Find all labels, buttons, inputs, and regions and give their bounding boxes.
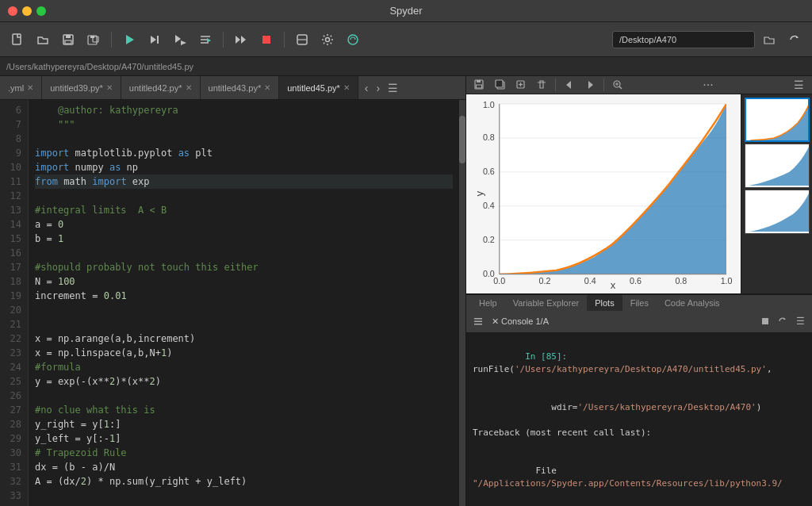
new-file-button[interactable] [6, 29, 29, 51]
main-layout: .yml ✕ untitled39.py* ✕ untitled42.py* ✕… [0, 76, 812, 506]
svg-marker-11 [181, 40, 186, 45]
open-file-button[interactable] [32, 29, 54, 51]
run-selection-button[interactable] [194, 29, 216, 51]
run-cell-button[interactable] [144, 29, 166, 51]
refresh-path-button[interactable] [783, 29, 806, 51]
svg-rect-65 [762, 318, 768, 324]
console-line: wdir='/Users/kathypereyra/Desktop/A470') [473, 389, 806, 427]
close-button[interactable] [8, 6, 17, 16]
window-controls[interactable] [8, 6, 46, 16]
code-line: @author: kathypereyra [35, 103, 453, 117]
tab-untitled43[interactable]: untitled43.py* ✕ [201, 76, 280, 100]
svg-text:0.8: 0.8 [675, 276, 687, 286]
console-menu-button[interactable]: ☰ [793, 314, 807, 328]
svg-marker-30 [588, 81, 593, 89]
code-line [35, 389, 453, 403]
svg-rect-22 [477, 80, 481, 82]
save-file-button[interactable] [57, 29, 79, 51]
console-output[interactable]: In [85]: runFile('/Users/kathypereyra/De… [466, 333, 812, 506]
svg-marker-8 [151, 36, 156, 44]
tabs-prev-button[interactable]: ‹ [362, 82, 372, 94]
code-line: y_left = y[:-1] [35, 431, 453, 446]
code-line: #integral limits A < B [35, 203, 453, 217]
plot-thumbnail-3[interactable] [745, 190, 810, 234]
console-interrupt-button[interactable] [758, 314, 772, 328]
sep1 [111, 32, 112, 48]
console-title: ✕ Console 1/A [492, 316, 549, 327]
code-line [35, 246, 453, 260]
code-line: x = np.linspace(a,b,N+1) [35, 346, 453, 360]
editor-scrollbar[interactable] [459, 100, 465, 506]
tab-files[interactable]: Files [622, 295, 657, 311]
code-line: a = 0 [35, 217, 453, 232]
code-editor[interactable]: 6 7 8 9 10 11 12 13 14 15 16 17 18 19 20… [0, 100, 465, 506]
plot-next-button[interactable] [581, 76, 599, 94]
console-restart-button[interactable] [776, 314, 790, 328]
tab-untitled39-close[interactable]: ✕ [106, 83, 113, 92]
plot-copy-button[interactable] [492, 76, 509, 94]
plot-menu-button[interactable]: ☰ [790, 76, 807, 94]
plot-thumbnail-2[interactable] [745, 144, 810, 188]
code-line: y_right = y[1:] [35, 417, 453, 431]
tab-plots[interactable]: Plots [587, 295, 622, 311]
code-content[interactable]: @author: kathypereyra """ import matplot… [29, 100, 459, 506]
tabs-next-button[interactable]: › [373, 82, 384, 94]
plot-thumbnail-1[interactable] [745, 98, 810, 142]
console-line: Traceback (most recent call last): [473, 427, 806, 439]
svg-text:1.0: 1.0 [483, 100, 495, 109]
svg-text:0.4: 0.4 [584, 276, 596, 286]
svg-rect-64 [474, 324, 482, 325]
preferences-button[interactable] [316, 29, 339, 51]
svg-text:0.8: 0.8 [483, 132, 495, 142]
run-button[interactable] [118, 29, 140, 51]
conda-button[interactable] [342, 29, 364, 51]
console-line: In [85]: runFile('/Users/kathypereyra/De… [473, 338, 806, 389]
tab-untitled43-close[interactable]: ✕ [264, 83, 270, 92]
svg-rect-2 [66, 35, 71, 38]
plot-prev-button[interactable] [561, 76, 578, 94]
tabs-menu-button[interactable]: ☰ [385, 82, 401, 94]
tab-plots-label: Plots [595, 298, 614, 308]
stop-button[interactable] [255, 29, 278, 51]
svg-point-18 [326, 37, 330, 41]
tab-untitled39-label: untitled39.py* [50, 83, 103, 93]
save-all-button[interactable] [82, 29, 105, 51]
code-line [35, 303, 453, 317]
console-options-button[interactable] [471, 314, 485, 328]
maximize-button[interactable] [36, 6, 46, 16]
title-bar: Spyder [0, 0, 812, 22]
plot-more-button[interactable]: ··· [699, 76, 717, 94]
tab-help[interactable]: Help [471, 295, 505, 311]
debug-layout-button[interactable] [291, 29, 313, 51]
tab-untitled39[interactable]: untitled39.py* ✕ [42, 76, 121, 100]
tab-untitled45[interactable]: untitled45.py* ✕ [279, 76, 358, 100]
file-path-bar: /Users/kathypereyra/Desktop/A470/untitle… [0, 57, 812, 76]
plot-delete-button[interactable] [533, 76, 550, 94]
tab-files-label: Files [630, 298, 649, 308]
tab-yml[interactable]: .yml ✕ [0, 76, 42, 100]
run-cell-advance-button[interactable] [169, 29, 191, 51]
run-all-button[interactable] [230, 29, 252, 51]
plot-save-button[interactable] [471, 76, 488, 94]
tab-yml-close[interactable]: ✕ [27, 83, 33, 92]
plot-duplicate-button[interactable] [512, 76, 530, 94]
path-input[interactable] [612, 31, 755, 48]
svg-marker-12 [207, 38, 211, 43]
plot-zoom-button[interactable] [609, 76, 626, 94]
tab-untitled42-close[interactable]: ✕ [186, 83, 192, 92]
minimize-button[interactable] [22, 6, 32, 16]
svg-rect-3 [65, 40, 71, 44]
svg-rect-15 [262, 36, 270, 44]
tab-untitled45-close[interactable]: ✕ [343, 83, 350, 92]
code-line: """ [35, 117, 453, 132]
tab-help-label: Help [479, 298, 497, 308]
window-title: Spyder [389, 5, 422, 17]
tab-untitled42[interactable]: untitled42.py* ✕ [121, 76, 201, 100]
tab-variable-explorer[interactable]: Variable Explorer [505, 295, 588, 311]
tab-code-analysis[interactable]: Code Analysis [657, 295, 728, 311]
plots-area: x y 0.0 0.2 0.4 0.6 0.8 1.0 0.0 0.2 0.4 … [466, 94, 812, 294]
browse-path-button[interactable] [758, 29, 780, 51]
scrollbar-thumb[interactable] [459, 116, 465, 163]
tab-code-analysis-label: Code Analysis [665, 298, 720, 308]
svg-text:0.0: 0.0 [493, 276, 505, 286]
